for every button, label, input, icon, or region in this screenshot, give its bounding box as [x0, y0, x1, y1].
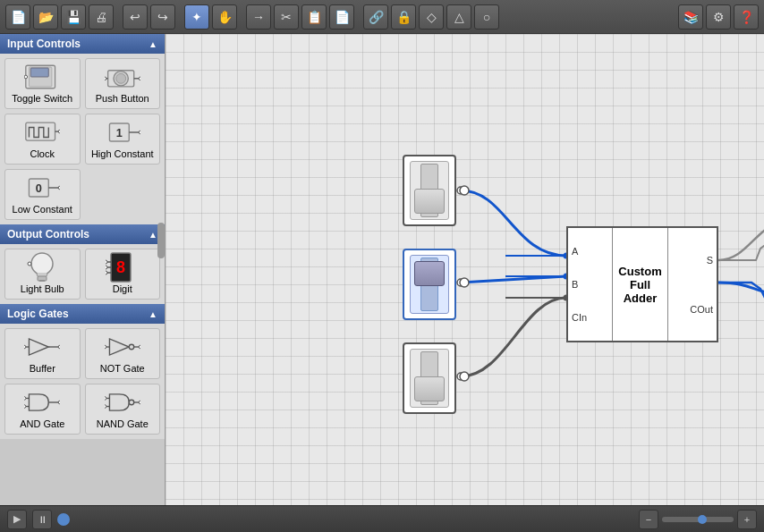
toolbar-pan[interactable]: ✋ — [212, 4, 237, 30]
component-nand-gate[interactable]: NAND Gate — [85, 384, 161, 435]
logic-gates-grid: Buffer NOT Gate — [0, 324, 165, 439]
toolbar-help[interactable]: ❓ — [734, 4, 759, 30]
toggle-switch-label: Toggle Switch — [12, 93, 72, 104]
switch-3-handle — [414, 376, 445, 401]
switch-1-handle — [414, 189, 445, 214]
svg-text:0: 0 — [36, 182, 42, 195]
switch-2-inner — [410, 255, 449, 314]
not-gate-label: NOT Gate — [100, 363, 145, 374]
toolbar-shape2[interactable]: △ — [446, 4, 471, 30]
toolbar: 📄 📂 💾 🖨 ↩ ↪ ✦ ✋ → ✂ 📋 📄 🔗 🔒 ◇ △ ○ 📚 ⚙ ❓ — [0, 0, 764, 34]
fa-inputs: A B CIn — [568, 228, 613, 341]
logic-gates-arrow: ▲ — [149, 309, 157, 319]
scroll-indicator[interactable] — [157, 223, 165, 258]
svg-point-42 — [105, 345, 106, 349]
bottom-bar: ▶ ⏸ − + — [0, 505, 764, 532]
clock-icon — [24, 119, 60, 146]
canvas-switch-2[interactable] — [403, 249, 456, 320]
toolbar-undo[interactable]: ↩ — [123, 4, 148, 30]
svg-point-69 — [460, 372, 469, 381]
svg-point-46 — [24, 397, 26, 401]
component-light-bulb[interactable]: Light Bulb — [4, 249, 81, 300]
svg-point-33 — [106, 266, 107, 269]
toolbar-lock[interactable]: 🔒 — [391, 4, 416, 30]
zoom-out-button[interactable]: − — [639, 510, 658, 529]
svg-text:8: 8 — [116, 258, 125, 276]
svg-point-31 — [106, 260, 107, 264]
toolbar-copy[interactable]: 📋 — [301, 4, 327, 30]
toolbar-link[interactable]: 🔗 — [363, 4, 388, 30]
fa-port-s: S — [672, 255, 713, 266]
toolbar-open[interactable]: 📂 — [33, 4, 58, 30]
toolbar-save[interactable]: 💾 — [61, 4, 86, 30]
bottom-right: − + — [639, 510, 757, 529]
svg-text:1: 1 — [116, 126, 123, 139]
output-controls-title: Output Controls — [7, 228, 89, 241]
push-button-icon — [105, 63, 140, 90]
component-digit[interactable]: 8 Digit — [85, 249, 161, 300]
low-constant-label: Low Constant — [13, 204, 72, 215]
zoom-in-button[interactable]: + — [737, 510, 757, 529]
toolbar-paste[interactable]: 📄 — [329, 4, 354, 30]
not-gate-icon — [105, 334, 140, 360]
canvas-area[interactable]: A B CIn Custom Full Adder S COut — [166, 34, 764, 505]
fa-title-line3: Adder — [624, 291, 658, 305]
svg-point-55 — [105, 405, 106, 409]
toolbar-wire[interactable]: → — [246, 4, 271, 30]
component-buffer[interactable]: Buffer — [4, 328, 81, 379]
fa-port-cout: COut — [672, 304, 713, 315]
input-controls-title: Input Controls — [7, 38, 81, 50]
canvas-switch-3[interactable] — [403, 342, 456, 414]
toolbar-shape3[interactable]: ○ — [474, 4, 499, 30]
play-button[interactable]: ▶ — [7, 510, 27, 529]
zoom-slider[interactable] — [662, 517, 734, 522]
input-controls-arrow: ▲ — [149, 39, 157, 49]
input-controls-header[interactable]: Input Controls ▲ — [0, 34, 165, 54]
buffer-icon — [24, 334, 60, 360]
buffer-label: Buffer — [30, 363, 55, 374]
fa-port-a: A — [572, 246, 608, 257]
component-push-button[interactable]: Push Button — [85, 58, 161, 109]
light-bulb-icon — [24, 254, 60, 281]
toolbar-library[interactable]: 📚 — [678, 4, 703, 30]
svg-point-39 — [58, 345, 60, 349]
fa-label: Custom Full Adder — [613, 228, 667, 341]
component-clock[interactable]: Clock — [4, 114, 81, 165]
svg-point-48 — [24, 405, 26, 409]
component-toggle-switch[interactable]: Toggle Switch — [4, 58, 81, 109]
component-and-gate[interactable]: AND Gate — [4, 384, 81, 435]
fa-title-line2: Full — [630, 278, 650, 291]
fa-inner: A B CIn Custom Full Adder S COut — [568, 228, 717, 341]
svg-point-44 — [139, 345, 140, 349]
toolbar-settings[interactable]: ⚙ — [706, 4, 731, 30]
logic-gates-title: Logic Gates — [7, 308, 69, 320]
svg-point-53 — [105, 397, 106, 401]
toolbar-new[interactable]: 📄 — [5, 4, 30, 30]
svg-point-40 — [129, 344, 133, 349]
main-area: Input Controls ▲ Toggle Switch — [0, 34, 764, 505]
output-controls-header[interactable]: Output Controls ▲ — [0, 224, 165, 244]
zoom-thumb — [698, 515, 707, 524]
switch-1-inner — [410, 161, 449, 220]
toolbar-shape1[interactable]: ◇ — [419, 4, 444, 30]
component-not-gate[interactable]: NOT Gate — [85, 328, 161, 379]
svg-point-11 — [105, 77, 106, 80]
toolbar-redo[interactable]: ↪ — [150, 4, 175, 30]
full-adder[interactable]: A B CIn Custom Full Adder S COut — [566, 226, 718, 342]
svg-point-14 — [58, 130, 60, 133]
toolbar-print[interactable]: 🖨 — [89, 4, 114, 30]
canvas-switch-1[interactable] — [403, 155, 456, 226]
pause-button[interactable]: ⏸ — [32, 510, 52, 529]
logic-gates-header[interactable]: Logic Gates ▲ — [0, 304, 165, 324]
output-controls-arrow: ▲ — [149, 230, 157, 240]
toolbar-select[interactable]: ✦ — [184, 4, 209, 30]
svg-point-67 — [460, 186, 469, 195]
component-low-constant[interactable]: 0 Low Constant — [4, 169, 81, 220]
low-constant-icon: 0 — [24, 174, 60, 201]
component-high-constant[interactable]: 1 High Constant — [85, 114, 161, 165]
nand-gate-label: NAND Gate — [97, 418, 149, 429]
toolbar-cut[interactable]: ✂ — [274, 4, 299, 30]
bottom-left: ▶ ⏸ — [7, 510, 70, 529]
toggle-switch-icon — [24, 63, 60, 90]
switch-3-inner — [410, 349, 449, 408]
